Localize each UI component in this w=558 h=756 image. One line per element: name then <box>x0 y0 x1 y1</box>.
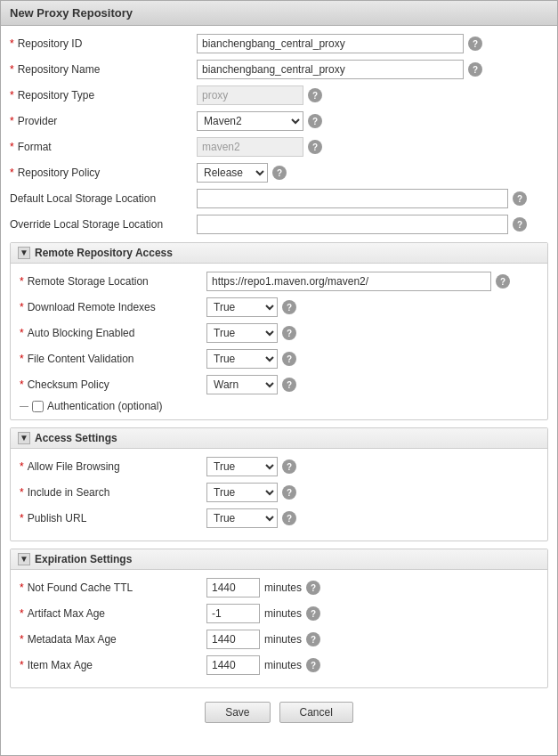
repository-name-input[interactable] <box>197 60 464 79</box>
checksum-policy-help-icon[interactable]: ? <box>282 378 296 392</box>
repository-name-control: ? <box>197 60 548 79</box>
checksum-policy-row: *Checksum Policy Warn Strict Ignore ? <box>20 374 538 395</box>
include-in-search-row: *Include in Search True False ? <box>20 482 538 503</box>
metadata-max-age-control: minutes ? <box>206 630 538 649</box>
remote-storage-location-control: ? <box>206 272 538 291</box>
expiration-settings-collapse-icon[interactable]: ▼ <box>18 553 30 565</box>
repository-policy-label: *Repository Policy <box>10 167 197 179</box>
auto-blocking-control: True False ? <box>206 323 538 343</box>
override-local-storage-help-icon[interactable]: ? <box>513 217 527 232</box>
remote-access-body: *Remote Storage Location ? *Download Rem… <box>11 264 547 419</box>
repository-policy-row: *Repository Policy Release Snapshot Mixe… <box>10 162 548 183</box>
format-label: *Format <box>10 141 197 153</box>
not-found-cache-ttl-input[interactable] <box>206 578 260 597</box>
item-max-age-label: *Item Max Age <box>20 659 206 671</box>
expiration-settings-header: ▼ Expiration Settings <box>11 549 547 570</box>
auto-blocking-select[interactable]: True False <box>206 323 278 343</box>
download-remote-indexes-control: True False ? <box>206 297 538 317</box>
not-found-cache-ttl-help-icon[interactable]: ? <box>306 581 320 595</box>
allow-file-browsing-label: *Allow File Browsing <box>20 460 206 473</box>
repository-type-control: ? <box>197 85 548 105</box>
file-content-validation-select[interactable]: True False <box>206 349 278 369</box>
remote-storage-location-row: *Remote Storage Location ? <box>20 271 538 292</box>
artifact-max-age-help-icon[interactable]: ? <box>306 606 320 621</box>
required-star: * <box>10 89 14 102</box>
artifact-max-age-minutes: minutes <box>264 607 302 620</box>
required-star: * <box>20 512 24 524</box>
allow-file-browsing-row: *Allow File Browsing True False ? <box>20 456 538 477</box>
remote-storage-location-input[interactable] <box>206 272 491 291</box>
repository-type-help-icon[interactable]: ? <box>308 88 322 102</box>
access-settings-collapse-icon[interactable]: ▼ <box>18 432 30 444</box>
file-content-validation-label: *File Content Validation <box>20 353 206 365</box>
provider-select[interactable]: Maven2 <box>197 111 303 131</box>
expiration-settings-body: *Not Found Cache TTL minutes ? *Artifact… <box>11 570 547 687</box>
format-row: *Format ? <box>10 136 548 158</box>
checksum-policy-select[interactable]: Warn Strict Ignore <box>206 375 278 394</box>
repository-type-row: *Repository Type ? <box>10 85 548 106</box>
include-in-search-select[interactable]: True False <box>206 483 278 502</box>
not-found-cache-ttl-label: *Not Found Cache TTL <box>20 581 206 594</box>
download-remote-indexes-select[interactable]: True False <box>206 297 278 317</box>
repository-name-label: *Repository Name <box>10 63 197 76</box>
required-star: * <box>20 301 24 313</box>
default-local-storage-help-icon[interactable]: ? <box>513 191 527 206</box>
override-local-storage-input[interactable] <box>197 215 508 234</box>
repository-policy-help-icon[interactable]: ? <box>272 166 287 180</box>
artifact-max-age-control: minutes ? <box>206 604 538 623</box>
remote-access-collapse-icon[interactable]: ▼ <box>18 247 30 259</box>
publish-url-select[interactable]: True False <box>206 508 278 528</box>
expiration-settings-title: Expiration Settings <box>35 553 132 565</box>
item-max-age-help-icon[interactable]: ? <box>306 658 320 672</box>
auto-blocking-label: *Auto Blocking Enabled <box>20 327 206 339</box>
download-remote-indexes-row: *Download Remote Indexes True False ? <box>20 297 538 318</box>
publish-url-control: True False ? <box>206 508 538 528</box>
repository-id-help-icon[interactable]: ? <box>468 37 482 51</box>
download-remote-indexes-label: *Download Remote Indexes <box>20 301 206 313</box>
metadata-max-age-input[interactable] <box>206 630 260 649</box>
provider-row: *Provider Maven2 ? <box>10 110 548 132</box>
repository-type-label: *Repository Type <box>10 89 197 102</box>
override-local-storage-row: Override Local Storage Location ? <box>10 214 548 235</box>
remote-access-title: Remote Repository Access <box>35 247 173 259</box>
required-star: * <box>20 633 24 646</box>
not-found-cache-ttl-minutes: minutes <box>264 581 302 594</box>
publish-url-help-icon[interactable]: ? <box>282 511 296 525</box>
allow-file-browsing-help-icon[interactable]: ? <box>282 459 296 474</box>
required-star: * <box>20 486 24 499</box>
auth-label: Authentication (optional) <box>47 400 162 412</box>
button-row: Save Cancel <box>10 702 548 723</box>
repository-id-control: ? <box>197 34 548 53</box>
artifact-max-age-input[interactable] <box>206 604 260 623</box>
format-control: ? <box>197 137 548 157</box>
download-remote-indexes-help-icon[interactable]: ? <box>282 300 296 314</box>
cancel-button[interactable]: Cancel <box>279 702 353 723</box>
format-help-icon[interactable]: ? <box>308 140 322 154</box>
repository-name-help-icon[interactable]: ? <box>468 62 482 77</box>
metadata-max-age-help-icon[interactable]: ? <box>306 632 320 646</box>
override-local-storage-control: ? <box>197 215 548 234</box>
item-max-age-input[interactable] <box>206 655 260 675</box>
publish-url-label: *Publish URL <box>20 512 206 524</box>
auth-checkbox[interactable] <box>32 401 44 412</box>
save-button[interactable]: Save <box>205 702 270 723</box>
auto-blocking-help-icon[interactable]: ? <box>282 326 296 340</box>
metadata-max-age-label: *Metadata Max Age <box>20 633 206 646</box>
repository-policy-select[interactable]: Release Snapshot Mixed <box>197 163 268 183</box>
provider-help-icon[interactable]: ? <box>308 114 322 128</box>
default-local-storage-control: ? <box>197 189 548 208</box>
required-star: * <box>10 37 14 50</box>
required-star: * <box>10 167 14 179</box>
item-max-age-minutes: minutes <box>264 659 302 671</box>
repository-name-row: *Repository Name ? <box>10 59 548 80</box>
allow-file-browsing-select[interactable]: True False <box>206 457 278 476</box>
file-content-validation-help-icon[interactable]: ? <box>282 352 296 366</box>
file-content-validation-row: *File Content Validation True False ? <box>20 348 538 370</box>
default-local-storage-label: Default Local Storage Location <box>10 192 197 205</box>
repository-id-input[interactable] <box>197 34 464 53</box>
remote-storage-location-help-icon[interactable]: ? <box>496 274 510 289</box>
default-local-storage-input[interactable] <box>197 189 508 208</box>
required-star: * <box>10 115 14 127</box>
include-in-search-help-icon[interactable]: ? <box>282 485 296 500</box>
required-star: * <box>10 141 14 153</box>
